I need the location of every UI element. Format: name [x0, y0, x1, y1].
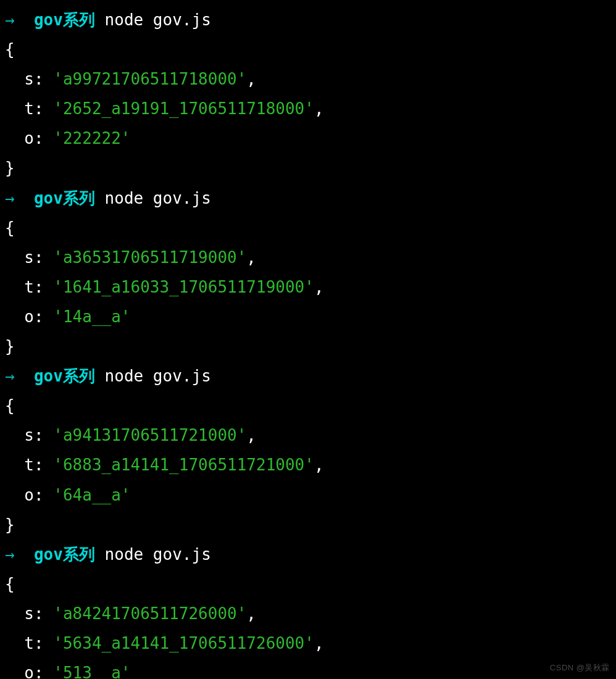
prompt-line[interactable]: → gov系列 node gov.js — [5, 5, 616, 35]
object-open-brace: { — [5, 35, 616, 64]
prompt-directory: gov系列 — [34, 367, 95, 385]
prompt-arrow-icon: → — [5, 545, 15, 564]
prompt-arrow-icon: → — [5, 189, 15, 207]
value-o: '14a__a' — [53, 307, 130, 326]
value-t: '1641_a16033_1706511719000' — [53, 278, 314, 296]
value-o: '222222' — [53, 129, 130, 148]
prompt-arrow-icon: → — [5, 10, 15, 29]
object-open-brace: { — [5, 569, 616, 599]
prompt-directory: gov系列 — [34, 189, 95, 207]
object-close-brace: } — [5, 331, 616, 361]
command-text: node gov.js — [105, 545, 211, 564]
output-property-s: s: 'a36531706511719000', — [5, 243, 616, 272]
value-s: 'a84241706511726000' — [53, 604, 246, 623]
command-text: node gov.js — [105, 367, 211, 385]
prompt-directory: gov系列 — [34, 10, 95, 29]
output-property-t: t: '6883_a14141_1706511721000', — [5, 450, 616, 480]
command-text: node gov.js — [105, 10, 211, 29]
value-s: 'a94131706511721000' — [53, 426, 246, 444]
object-close-brace: } — [5, 510, 616, 539]
value-t: '2652_a19191_1706511718000' — [53, 99, 314, 118]
output-property-o: o: '513__a' — [5, 658, 616, 679]
output-property-s: s: 'a84241706511726000', — [5, 599, 616, 628]
prompt-arrow-icon: → — [5, 367, 15, 385]
prompt-line[interactable]: → gov系列 node gov.js — [5, 183, 616, 213]
watermark-text: CSDN @吴秋霖 — [550, 660, 610, 675]
command-text: node gov.js — [105, 189, 211, 207]
value-s: 'a36531706511719000' — [53, 248, 246, 267]
object-close-brace: } — [5, 153, 616, 183]
output-property-t: t: '5634_a14141_1706511726000', — [5, 628, 616, 658]
value-t: '5634_a14141_1706511726000' — [53, 634, 314, 652]
prompt-line[interactable]: → gov系列 node gov.js — [5, 539, 616, 569]
value-o: '513__a' — [53, 664, 130, 679]
prompt-line[interactable]: → gov系列 node gov.js — [5, 361, 616, 391]
value-s: 'a99721706511718000' — [53, 70, 246, 88]
output-property-o: o: '64a__a' — [5, 480, 616, 510]
output-property-t: t: '2652_a19191_1706511718000', — [5, 94, 616, 123]
object-open-brace: { — [5, 213, 616, 243]
value-t: '6883_a14141_1706511721000' — [53, 456, 314, 474]
output-property-s: s: 'a94131706511721000', — [5, 420, 616, 450]
output-property-s: s: 'a99721706511718000', — [5, 64, 616, 94]
output-property-o: o: '14a__a' — [5, 302, 616, 331]
terminal-output: → gov系列 node gov.js { s: 'a9972170651171… — [5, 5, 616, 679]
prompt-directory: gov系列 — [34, 545, 95, 564]
object-open-brace: { — [5, 391, 616, 420]
output-property-t: t: '1641_a16033_1706511719000', — [5, 272, 616, 302]
output-property-o: o: '222222' — [5, 123, 616, 153]
value-o: '64a__a' — [53, 486, 130, 504]
